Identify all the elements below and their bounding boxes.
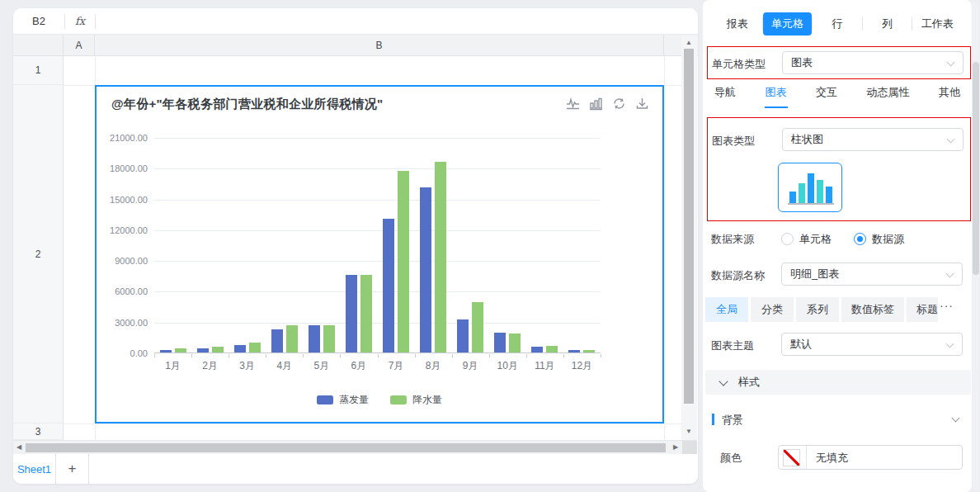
scroll-up-icon[interactable]: ▲ (686, 40, 692, 46)
bar-蒸发量-9月 (457, 319, 469, 352)
select-all-corner[interactable] (13, 35, 64, 55)
tab-category[interactable]: 分类 (751, 297, 794, 322)
background-section-row[interactable]: 背景 (703, 411, 972, 428)
x-axis-tick-label: 9月 (452, 359, 489, 373)
formula-input[interactable] (96, 8, 698, 34)
vertical-scroll-thumb[interactable] (684, 49, 694, 404)
bar-降水量-11月 (546, 346, 558, 352)
tab-worksheet[interactable]: 工作表 (912, 17, 962, 31)
grid-col-line (664, 56, 665, 440)
x-axis-tick-label: 10月 (489, 359, 526, 373)
x-axis-tick-label: 6月 (340, 359, 377, 373)
cell-reference-box[interactable]: B2 (13, 15, 64, 27)
vertical-scrollbar[interactable]: ▲ ▼ (681, 35, 697, 440)
tab-report[interactable]: 报表 (713, 17, 762, 31)
axis-tick (563, 354, 564, 357)
add-sheet-button[interactable]: + (56, 454, 89, 484)
bar-蒸发量-1月 (160, 350, 172, 352)
column-header-b[interactable]: B (95, 35, 664, 55)
column-header-a[interactable]: A (64, 35, 95, 55)
data-source-name-select[interactable]: 明细_图表 (781, 263, 963, 286)
radio-selected-icon[interactable] (854, 233, 866, 245)
row-header-3[interactable]: 3 (13, 423, 64, 440)
radio-datasource-label[interactable]: 数据源 (872, 233, 904, 245)
no-fill-swatch-icon[interactable] (783, 449, 800, 466)
y-axis-tick-label: 9000.00 (97, 256, 148, 266)
cell-type-value: 图表 (791, 55, 813, 70)
horizontal-scroll-thumb[interactable] (26, 443, 666, 452)
chart-title: @年份+"年各税务部门营业税和企业所得税情况" (111, 97, 384, 112)
bar-蒸发量-3月 (234, 345, 246, 352)
panel-scroll-thumb[interactable] (973, 62, 979, 275)
gridline (154, 138, 601, 139)
spreadsheet-card: B2 fx A B 1 2 3 @年份+"年各税务部门营业税和企业所得税情况" (13, 8, 698, 484)
axis-tick (415, 354, 416, 357)
fx-icon[interactable]: fx (65, 15, 95, 27)
row-header-1[interactable]: 1 (13, 56, 64, 85)
tab-global[interactable]: 全局 (705, 297, 748, 322)
tab-interaction[interactable]: 交互 (816, 85, 837, 106)
horizontal-scrollbar[interactable]: ◀ ▶ (13, 440, 697, 454)
radio-datasource[interactable]: 数据源 (854, 231, 904, 247)
axis-tick (303, 354, 304, 357)
thumb-bar (817, 180, 823, 203)
more-tabs-icon[interactable]: ··· (940, 299, 954, 312)
tab-title-clipped[interactable]: 标题 (907, 297, 938, 322)
y-axis-tick-label: 12000.00 (97, 225, 148, 235)
scrollbar-corner (682, 441, 697, 454)
legend-swatch (317, 395, 333, 404)
download-icon[interactable] (635, 97, 649, 111)
tab-row[interactable]: 行 (813, 17, 862, 31)
x-axis-tick-label: 1月 (154, 359, 191, 373)
scroll-down-icon[interactable]: ▼ (686, 428, 692, 435)
chart-type-select[interactable]: 柱状图 (782, 128, 964, 151)
bar-chart-type-thumbnail[interactable] (778, 163, 842, 212)
tab-navigation[interactable]: 导航 (714, 85, 736, 106)
x-axis-tick-label: 11月 (526, 359, 563, 373)
row-header-2[interactable]: 2 (13, 85, 64, 423)
line-chart-icon[interactable] (566, 97, 580, 111)
tab-dynamic-attributes[interactable]: 动态属性 (867, 85, 910, 106)
gridline (154, 230, 601, 231)
refresh-icon[interactable] (612, 97, 626, 111)
chevron-down-icon[interactable] (952, 414, 960, 423)
bar-降水量-5月 (323, 325, 335, 352)
tab-value-label[interactable]: 数值标签 (841, 297, 904, 322)
bar-蒸发量-5月 (309, 325, 320, 352)
tab-cell[interactable]: 单元格 (763, 12, 813, 35)
legend-item-蒸发量[interactable]: 蒸发量 (317, 393, 369, 407)
properties-panel: 报表 单元格 行 列 工作表 单元格类型 图表 导航 图表 交互 动态属性 其他… (703, 0, 972, 492)
y-axis-tick-label: 21000.00 (97, 133, 148, 143)
radio-unselected-icon[interactable] (781, 233, 794, 245)
scroll-left-icon[interactable]: ◀ (16, 444, 21, 451)
style-section-header[interactable]: 样式 (705, 370, 971, 395)
legend-swatch (390, 395, 407, 404)
chevron-down-icon (947, 59, 955, 67)
scroll-right-icon[interactable]: ▶ (673, 444, 678, 451)
tab-chart[interactable]: 图表 (766, 85, 787, 106)
cell-type-select[interactable]: 图表 (782, 51, 964, 74)
bar-chart-icon[interactable] (589, 97, 603, 111)
chart-theme-select[interactable]: 默认 (781, 333, 963, 356)
column-header-row: A B (13, 35, 698, 56)
radio-cell-label[interactable]: 单元格 (799, 233, 832, 245)
x-axis-tick-label: 12月 (563, 359, 601, 373)
bar-蒸发量-11月 (531, 347, 543, 352)
color-picker-control[interactable]: 无填充 (778, 445, 963, 470)
bar-蒸发量-8月 (420, 187, 431, 352)
tab-other[interactable]: 其他 (939, 85, 960, 106)
panel-scrollbar[interactable] (973, 2, 979, 490)
legend-item-降水量[interactable]: 降水量 (390, 393, 442, 407)
chevron-down-icon (946, 340, 954, 348)
tab-column[interactable]: 列 (863, 17, 912, 31)
data-source-name-row: 数据源名称 明细_图表 (703, 263, 972, 286)
bar-降水量-4月 (286, 325, 298, 352)
selected-cell-b2-chart[interactable]: @年份+"年各税务部门营业税和企业所得税情况" 0.003000.006000.… (95, 85, 664, 423)
tab-series[interactable]: 系列 (796, 297, 839, 322)
sheet-tab-sheet1[interactable]: Sheet1 (13, 454, 56, 484)
gridline (154, 291, 601, 292)
gridline (154, 323, 601, 324)
radio-cell[interactable]: 单元格 (781, 231, 832, 247)
cell-settings-tab-bar: 导航 图表 交互 动态属性 其他 (703, 83, 972, 109)
chart-type-label: 图表类型 (712, 134, 755, 149)
